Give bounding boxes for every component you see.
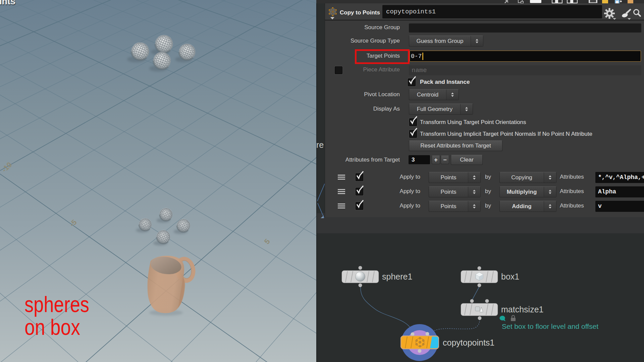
svg-text:on box: on box <box>24 315 80 340</box>
svg-text:copytopoints1: copytopoints1 <box>443 338 494 347</box>
svg-text:re: re <box>316 140 324 149</box>
svg-text:matchsize1: matchsize1 <box>501 305 543 314</box>
svg-text:Set box to floor level and off: Set box to floor level and offset <box>502 322 598 330</box>
svg-text:box1: box1 <box>501 272 519 281</box>
svg-text:sphere1: sphere1 <box>382 272 412 281</box>
svg-text:ints: ints <box>0 0 15 6</box>
svg-text:spheres: spheres <box>24 292 89 317</box>
